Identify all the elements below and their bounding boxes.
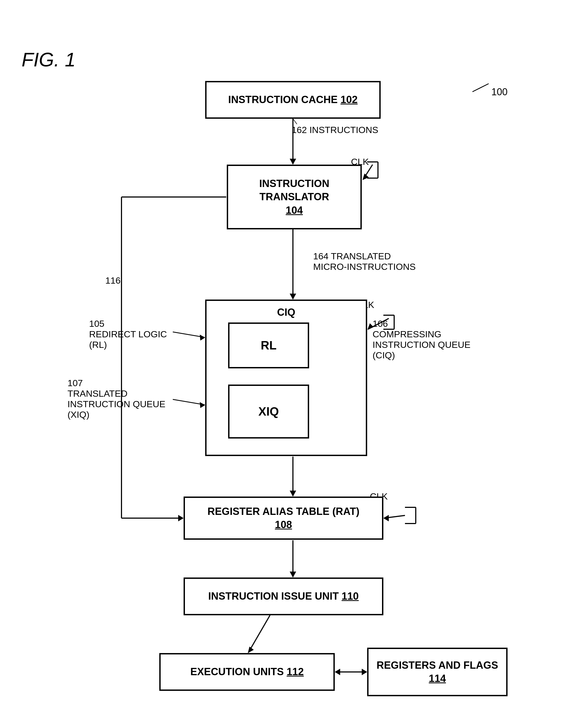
svg-line-32 [248,615,270,653]
execution-units-box: EXECUTION UNITS 112 [159,653,335,691]
instruction-translator-label: INSTRUCTION TRANSLATOR 104 [259,177,329,217]
svg-marker-35 [362,669,367,675]
svg-marker-33 [248,647,254,653]
instruction-translator-box: INSTRUCTION TRANSLATOR 104 [227,165,362,229]
annot-116: 116 [105,275,121,286]
annot-105: 105 REDIRECT LOGIC (RL) [89,318,167,350]
rat-box: REGISTER ALIAS TABLE (RAT) 108 [184,496,383,540]
instruction-cache-label: INSTRUCTION CACHE 102 [228,93,357,106]
svg-marker-24 [178,515,184,521]
svg-line-16 [173,399,205,405]
svg-marker-31 [290,572,296,577]
svg-marker-20 [290,491,296,496]
rl-box: RL [228,322,309,368]
annot-162: 162 INSTRUCTIONS [292,125,378,135]
issue-unit-label: INSTRUCTION ISSUE UNIT 110 [208,590,358,603]
annot-107: 107 TRANSLATED INSTRUCTION QUEUE (XIQ) [67,378,166,420]
annot-164: 164 TRANSLATED MICRO-INSTRUCTIONS [313,251,416,272]
fig-label: FIG. 1 [22,48,76,71]
registers-flags-label: REGISTERS AND FLAGS 114 [377,659,498,685]
svg-marker-15 [200,335,205,341]
ref-100-label: 100 [491,86,507,98]
svg-line-37 [472,84,489,92]
svg-line-14 [173,332,205,337]
svg-line-28 [384,515,405,518]
ciq-box: CIQ RL XIQ [205,300,367,456]
instruction-cache-box: INSTRUCTION CACHE 102 [205,81,381,119]
annot-106: 106 COMPRESSING INSTRUCTION QUEUE (CIQ) [373,318,470,361]
ciq-label: CIQ [277,306,295,319]
rat-label: REGISTER ALIAS TABLE (RAT) 108 [208,505,360,532]
svg-marker-1 [290,159,296,165]
svg-marker-17 [200,402,205,408]
svg-marker-8 [290,294,296,300]
execution-units-label: EXECUTION UNITS 112 [190,665,304,679]
diagram: FIG. 1 100 INSTRUCTION CACHE 102 162 INS… [0,33,588,727]
svg-line-38 [293,119,297,124]
xiq-box: XIQ [228,385,309,439]
svg-marker-36 [335,669,340,675]
issue-unit-box: INSTRUCTION ISSUE UNIT 110 [184,577,383,615]
svg-marker-3 [362,173,369,180]
svg-marker-29 [383,515,389,521]
registers-flags-box: REGISTERS AND FLAGS 114 [367,648,507,696]
